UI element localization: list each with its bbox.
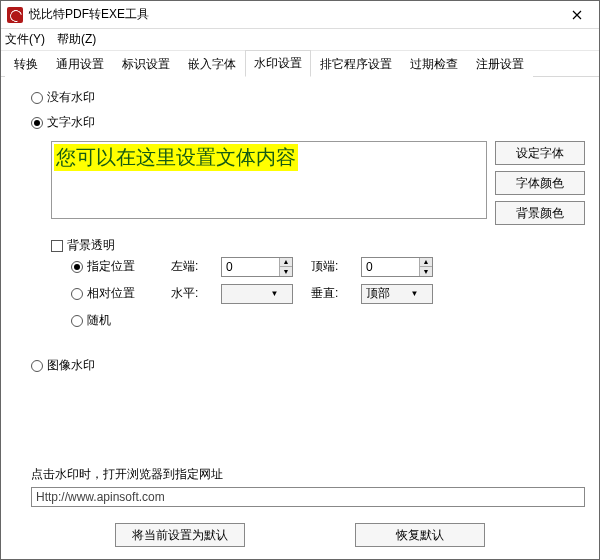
down-arrow-icon[interactable]: ▼: [420, 267, 432, 276]
text-watermark-panel: 您可以在这里设置文体内容 设定字体 字体颜色 背景颜色: [51, 141, 585, 225]
radio-text-watermark-row: 文字水印: [31, 114, 585, 131]
radio-no-watermark-label: 没有水印: [47, 89, 95, 106]
tab-expiry[interactable]: 过期检查: [401, 51, 467, 77]
radio-no-watermark-row: 没有水印: [31, 89, 585, 106]
chevron-down-icon: ▼: [397, 289, 432, 298]
tab-content: 没有水印 文字水印 您可以在这里设置文体内容 设定字体 字体颜色 背景颜色 背景…: [1, 77, 599, 513]
tab-embed-font[interactable]: 嵌入字体: [179, 51, 245, 77]
menu-help[interactable]: 帮助(Z): [57, 31, 96, 48]
watermark-preview-text: 您可以在这里设置文体内容: [54, 144, 298, 171]
watermark-buttons-col: 设定字体 字体颜色 背景颜色: [495, 141, 585, 225]
vert-label: 垂直:: [311, 285, 361, 302]
radio-text-watermark-label: 文字水印: [47, 114, 95, 131]
window-title: 悦比特PDF转EXE工具: [29, 6, 557, 23]
down-arrow-icon[interactable]: ▼: [280, 267, 292, 276]
menubar: 文件(Y) 帮助(Z): [1, 29, 599, 51]
radio-random-position[interactable]: [71, 315, 83, 327]
radio-fixed-position[interactable]: [71, 261, 83, 273]
radio-image-watermark-row: 图像水印: [31, 357, 585, 374]
tab-logo[interactable]: 标识设置: [113, 51, 179, 77]
app-window: 悦比特PDF转EXE工具 文件(Y) 帮助(Z) 转换 通用设置 标识设置 嵌入…: [0, 0, 600, 560]
url-input[interactable]: [31, 487, 585, 507]
bg-transparent-checkbox[interactable]: [51, 240, 63, 252]
url-section: 点击水印时，打开浏览器到指定网址: [31, 466, 585, 507]
url-label: 点击水印时，打开浏览器到指定网址: [31, 466, 585, 483]
radio-random-row: 随机: [71, 312, 171, 329]
set-default-button[interactable]: 将当前设置为默认: [115, 523, 245, 547]
radio-fixed-label: 指定位置: [87, 258, 135, 275]
up-arrow-icon[interactable]: ▲: [420, 258, 432, 268]
set-font-button[interactable]: 设定字体: [495, 141, 585, 165]
radio-relative-row: 相对位置: [71, 285, 171, 302]
menu-file[interactable]: 文件(Y): [5, 31, 45, 48]
tab-watermark[interactable]: 水印设置: [245, 50, 311, 77]
tab-general[interactable]: 通用设置: [47, 51, 113, 77]
top-input[interactable]: [362, 258, 419, 276]
radio-fixed-row: 指定位置: [71, 258, 171, 275]
position-section: 背景透明 指定位置 左端: ▲ ▼ 顶端:: [51, 235, 585, 331]
watermark-preview-box[interactable]: 您可以在这里设置文体内容: [51, 141, 487, 219]
radio-no-watermark[interactable]: [31, 92, 43, 104]
titlebar: 悦比特PDF转EXE工具: [1, 1, 599, 29]
tab-exclusive[interactable]: 排它程序设置: [311, 51, 401, 77]
tab-register[interactable]: 注册设置: [467, 51, 533, 77]
tabstrip: 转换 通用设置 标识设置 嵌入字体 水印设置 排它程序设置 过期检查 注册设置: [1, 51, 599, 77]
top-spinner[interactable]: ▲ ▼: [361, 257, 433, 277]
position-grid: 指定位置 左端: ▲ ▼ 顶端: ▲ ▼: [71, 256, 585, 331]
radio-relative-position[interactable]: [71, 288, 83, 300]
radio-random-label: 随机: [87, 312, 111, 329]
horiz-dropdown[interactable]: ▼: [221, 284, 293, 304]
radio-text-watermark[interactable]: [31, 117, 43, 129]
chevron-down-icon: ▼: [257, 289, 292, 298]
font-color-button[interactable]: 字体颜色: [495, 171, 585, 195]
bg-color-button[interactable]: 背景颜色: [495, 201, 585, 225]
horiz-label: 水平:: [171, 285, 221, 302]
close-button[interactable]: [557, 2, 597, 28]
vert-dropdown[interactable]: 顶部 ▼: [361, 284, 433, 304]
bottom-bar: 将当前设置为默认 恢复默认: [1, 513, 599, 559]
left-spin-buttons[interactable]: ▲ ▼: [279, 258, 292, 276]
vert-value: 顶部: [362, 285, 397, 302]
top-spin-buttons[interactable]: ▲ ▼: [419, 258, 432, 276]
radio-image-watermark-label: 图像水印: [47, 357, 95, 374]
left-input[interactable]: [222, 258, 279, 276]
left-spinner[interactable]: ▲ ▼: [221, 257, 293, 277]
restore-default-button[interactable]: 恢复默认: [355, 523, 485, 547]
radio-relative-label: 相对位置: [87, 285, 135, 302]
left-label: 左端:: [171, 258, 221, 275]
radio-image-watermark[interactable]: [31, 360, 43, 372]
close-icon: [572, 10, 582, 20]
bg-transparent-row: 背景透明: [51, 237, 585, 254]
bg-transparent-label: 背景透明: [67, 237, 115, 254]
up-arrow-icon[interactable]: ▲: [280, 258, 292, 268]
tab-convert[interactable]: 转换: [5, 51, 47, 77]
app-icon: [7, 7, 23, 23]
top-label: 顶端:: [311, 258, 361, 275]
